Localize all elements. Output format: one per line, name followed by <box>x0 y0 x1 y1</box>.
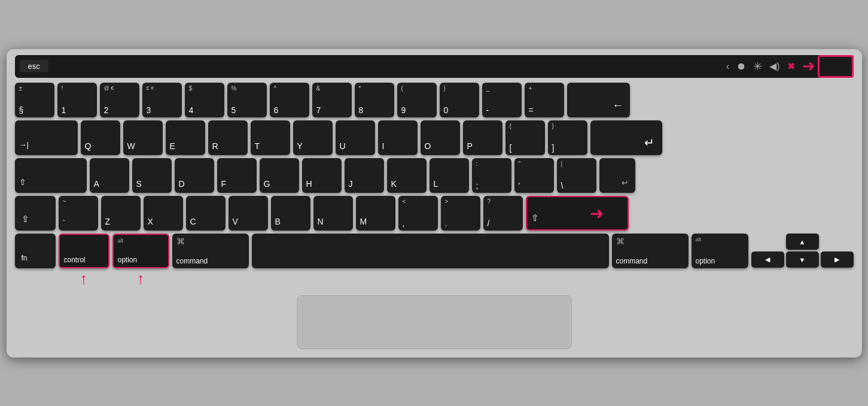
key-enter[interactable]: ↵ <box>590 120 662 155</box>
key-shift-left[interactable]: ⇧ <box>15 196 56 231</box>
key-x[interactable]: X <box>144 196 183 231</box>
key-w[interactable]: W <box>123 120 163 155</box>
key-left-bracket[interactable]: { [ <box>505 120 545 155</box>
key-shift-right[interactable]: ➜ ⇧ <box>526 196 629 231</box>
key-o[interactable]: O <box>421 120 460 155</box>
key-3[interactable]: £ # 3 <box>142 83 182 117</box>
key-minus[interactable]: _ - <box>482 83 522 117</box>
chevron-icon: ‹ <box>726 61 729 72</box>
key-arrow-right[interactable]: ▶ <box>821 252 854 268</box>
key-1[interactable]: ! 1 <box>57 83 97 117</box>
key-l[interactable]: L <box>430 158 469 193</box>
key-5[interactable]: % 5 <box>227 83 267 117</box>
key-v[interactable]: V <box>229 196 268 231</box>
power-key[interactable] <box>818 55 854 78</box>
key-n[interactable]: N <box>313 196 353 231</box>
trackpad-area <box>15 292 854 349</box>
key-h[interactable]: H <box>302 158 342 193</box>
key-section[interactable]: ± § <box>15 83 54 117</box>
ctrl-up-arrow-icon: ↑ <box>80 271 88 286</box>
key-fn[interactable]: fn <box>15 234 56 268</box>
qwerty-row: →| Q W E R T Y U I O P { [ } ] ↵ <box>15 120 854 155</box>
key-c[interactable]: C <box>186 196 226 231</box>
key-t[interactable]: T <box>251 120 290 155</box>
key-m[interactable]: M <box>356 196 395 231</box>
key-backtick[interactable]: ~ ` <box>59 196 98 231</box>
key-k[interactable]: K <box>387 158 427 193</box>
key-right-bracket[interactable]: } ] <box>548 120 587 155</box>
arrow-up-row: ▲ <box>751 234 854 250</box>
key-backspace[interactable]: ← <box>567 83 630 117</box>
arrow-lr-row: ◀ ▼ ▶ <box>751 252 854 268</box>
key-6[interactable]: ^ 6 <box>270 83 309 117</box>
key-7[interactable]: & 7 <box>312 83 352 117</box>
ctrl-annotation: ↑ <box>59 271 109 286</box>
key-comma[interactable]: < , <box>398 196 438 231</box>
key-quote[interactable]: " ' <box>514 158 554 193</box>
key-slash[interactable]: ? / <box>483 196 523 231</box>
key-y[interactable]: Y <box>293 120 333 155</box>
siri-icon: ⏺ <box>736 61 746 72</box>
key-capslock[interactable]: · ⇧ <box>15 158 87 193</box>
key-z[interactable]: Z <box>101 196 141 231</box>
key-space[interactable] <box>252 234 609 268</box>
key-arrow-down[interactable]: ▼ <box>786 252 819 268</box>
key-enter-ext[interactable]: ↵ <box>599 158 635 193</box>
touch-bar-right: ‹ ⏺ ✳ ◀) ✖ ➜ <box>726 55 854 78</box>
key-backslash[interactable]: | \ <box>557 158 596 193</box>
key-arrow-up[interactable]: ▲ <box>786 234 819 250</box>
key-d[interactable]: D <box>175 158 214 193</box>
keyboard: esc ‹ ⏺ ✳ ◀) ✖ ➜ ± § ! 1 <box>7 49 862 357</box>
key-4[interactable]: $ 4 <box>185 83 224 117</box>
key-i[interactable]: I <box>378 120 418 155</box>
asdf-row: · ⇧ A S D F G H J K L : ; " ' | \ <box>15 158 854 193</box>
key-f[interactable]: F <box>217 158 257 193</box>
key-e[interactable]: E <box>166 120 205 155</box>
key-control[interactable]: control <box>59 234 109 268</box>
touch-bar-left: esc <box>20 60 48 72</box>
key-2[interactable]: @ € 2 <box>100 83 139 117</box>
volume-icon: ◀) <box>769 60 779 72</box>
key-a[interactable]: A <box>90 158 129 193</box>
key-semicolon[interactable]: : ; <box>472 158 511 193</box>
key-9[interactable]: ( 9 <box>397 83 437 117</box>
key-command-left[interactable]: ⌘ command <box>172 234 249 268</box>
power-arrow-icon: ➜ <box>802 57 815 75</box>
esc-key[interactable]: esc <box>20 60 48 72</box>
brightness-icon: ✳ <box>753 60 762 73</box>
trackpad[interactable] <box>297 295 572 349</box>
key-s[interactable]: S <box>132 158 172 193</box>
key-period[interactable]: > . <box>441 196 480 231</box>
key-arrow-left[interactable]: ◀ <box>751 252 784 268</box>
key-b[interactable]: B <box>271 196 310 231</box>
zxcv-row: ⇧ ~ ` Z X C V B N M < , > . ? / <box>15 196 854 231</box>
fn-spacer <box>15 271 56 286</box>
key-u[interactable]: U <box>336 120 375 155</box>
key-g[interactable]: G <box>260 158 299 193</box>
key-q[interactable]: Q <box>81 120 120 155</box>
key-r[interactable]: R <box>208 120 248 155</box>
key-0[interactable]: ) 0 <box>440 83 479 117</box>
arrow-key-group: ▲ ◀ ▼ ▶ <box>751 234 854 268</box>
key-equals[interactable]: + = <box>525 83 564 117</box>
modifier-row-wrapper: fn control alt option ⌘ command <box>15 234 854 286</box>
touch-bar: esc ‹ ⏺ ✳ ◀) ✖ ➜ <box>15 55 854 78</box>
key-p[interactable]: P <box>463 120 502 155</box>
key-option-left[interactable]: alt option <box>112 234 169 268</box>
key-command-right[interactable]: ⌘ command <box>612 234 689 268</box>
number-row: ± § ! 1 @ € 2 £ # 3 $ 4 % 5 <box>15 83 854 117</box>
key-tab[interactable]: →| <box>15 120 78 155</box>
modifier-row: fn control alt option ⌘ command <box>15 234 854 268</box>
key-8[interactable]: * 8 <box>355 83 394 117</box>
opt-annotation: ↑ <box>112 271 169 286</box>
keyboard-body: ± § ! 1 @ € 2 £ # 3 $ 4 % 5 <box>15 83 854 349</box>
mute-icon: ✖ <box>787 60 795 72</box>
shift-right-arrow-icon: ➜ <box>590 203 604 223</box>
annotation-row: ↑ ↑ <box>15 271 854 286</box>
key-j[interactable]: J <box>345 158 384 193</box>
opt-up-arrow-icon: ↑ <box>137 271 145 286</box>
key-option-right[interactable]: alt option <box>692 234 748 268</box>
